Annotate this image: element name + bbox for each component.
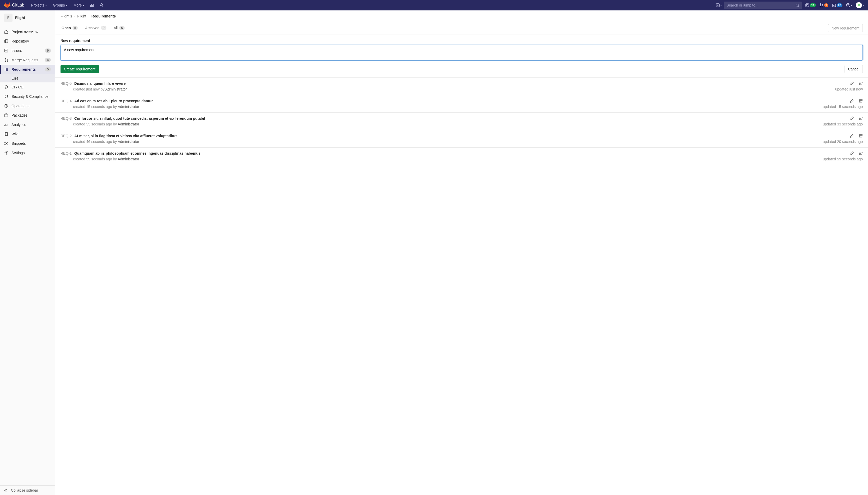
tab-count: 5 xyxy=(119,26,125,30)
edit-icon[interactable] xyxy=(850,81,854,86)
sidebar-item-security[interactable]: Security & Compliance xyxy=(0,92,55,101)
edit-icon[interactable] xyxy=(850,99,854,103)
project-header[interactable]: F Flight xyxy=(0,11,55,25)
chevron-down-icon: ▾ xyxy=(83,4,84,7)
search-icon xyxy=(796,3,799,7)
sidebar-item-snippets[interactable]: Snippets xyxy=(0,139,55,148)
tab-label: Open xyxy=(62,26,71,30)
archive-icon[interactable] xyxy=(858,151,863,155)
requirement-title[interactable]: Dicimus aliquem hilare vivere xyxy=(74,81,126,86)
package-icon xyxy=(4,113,8,117)
new-requirement-button[interactable]: New requirement xyxy=(828,24,863,32)
svg-rect-2 xyxy=(806,4,809,7)
nav-groups[interactable]: Groups▾ xyxy=(50,2,70,9)
svg-rect-10 xyxy=(5,49,8,52)
rocket-icon xyxy=(4,85,8,89)
primary-nav: Projects▾ Groups▾ More▾ xyxy=(29,2,105,9)
sidebar-item-repository[interactable]: Repository xyxy=(0,36,55,46)
nav-milestones-icon[interactable] xyxy=(88,2,96,9)
requirement-id: REQ-2 xyxy=(61,134,72,138)
nav-help[interactable]: ▾ xyxy=(846,3,852,7)
nav-groups-label: Groups xyxy=(53,3,65,7)
requirement-meta: created 33 seconds ago by Administrator xyxy=(61,122,823,126)
requirement-title[interactable]: At miser, si in flagitiosa et vitiosa vi… xyxy=(74,134,177,138)
archive-icon[interactable] xyxy=(858,99,863,103)
sidebar-item-packages[interactable]: Packages xyxy=(0,110,55,120)
requirement-title-input[interactable] xyxy=(61,45,863,61)
user-avatar xyxy=(856,2,862,8)
svg-point-14 xyxy=(7,61,8,62)
collapse-sidebar[interactable]: Collapse sidebar xyxy=(0,485,55,495)
breadcrumb-project[interactable]: Flight xyxy=(77,14,86,18)
svg-rect-24 xyxy=(859,135,862,135)
sidebar-item-merge-requests[interactable]: Merge Requests 4 xyxy=(0,55,55,65)
svg-point-12 xyxy=(5,58,6,59)
requirement-title[interactable]: Quamquam ab iis philosophiam et omnes in… xyxy=(74,151,201,155)
requirement-author[interactable]: Administrator xyxy=(118,139,139,144)
gitlab-logo-icon xyxy=(4,2,11,8)
form-label: New requirement xyxy=(61,39,863,43)
issues-count-badge: 11 xyxy=(810,3,816,7)
breadcrumb-group[interactable]: Flightjs xyxy=(61,14,72,18)
help-icon xyxy=(846,3,850,7)
requirement-id: REQ-1 xyxy=(61,151,72,155)
search-input[interactable] xyxy=(726,3,796,7)
edit-icon[interactable] xyxy=(850,116,854,120)
brand-name: GitLab xyxy=(12,3,24,7)
requirement-meta: created 59 seconds ago by Administrator xyxy=(61,157,823,161)
edit-icon[interactable] xyxy=(850,151,854,155)
archive-icon[interactable] xyxy=(858,81,863,86)
create-requirement-button[interactable]: Create requirement xyxy=(61,65,99,73)
archive-icon[interactable] xyxy=(858,116,863,120)
user-menu[interactable]: ▾ xyxy=(856,2,864,8)
edit-icon[interactable] xyxy=(850,134,854,138)
tab-all[interactable]: All 5 xyxy=(113,22,126,34)
book-icon xyxy=(4,132,8,136)
cancel-button[interactable]: Cancel xyxy=(845,65,863,73)
nav-more[interactable]: More▾ xyxy=(71,2,87,9)
sidebar-item-wiki[interactable]: Wiki xyxy=(0,129,55,139)
issues-icon xyxy=(4,49,8,53)
requirement-row: REQ-2 At miser, si in flagitiosa et viti… xyxy=(55,130,868,148)
nav-plus-dropdown[interactable]: ▾ xyxy=(714,2,724,8)
tab-open[interactable]: Open 5 xyxy=(61,22,79,34)
sidebar-item-issues[interactable]: Issues 9 xyxy=(0,46,55,55)
sidebar-item-badge: 5 xyxy=(45,67,51,71)
requirement-author[interactable]: Administrator xyxy=(118,122,139,126)
todos-count-badge: 20 xyxy=(837,3,843,7)
requirement-author[interactable]: Administrator xyxy=(118,105,139,109)
tab-label: All xyxy=(114,26,118,30)
requirement-title[interactable]: Ad eas enim res ab Epicuro praecepta dan… xyxy=(74,99,153,103)
sidebar-item-settings[interactable]: Settings xyxy=(0,148,55,157)
sidebar-item-operations[interactable]: Operations xyxy=(0,101,55,110)
requirement-updated: updated 59 seconds ago xyxy=(823,157,863,161)
sidebar-item-badge: 4 xyxy=(45,58,51,62)
nav-merge-requests-counter[interactable]: 1 xyxy=(819,3,828,7)
merge-request-icon xyxy=(4,58,8,62)
sidebar-item-label: Issues xyxy=(12,49,42,53)
nav-todos-counter[interactable]: 20 xyxy=(832,3,843,7)
requirement-author[interactable]: Administrator xyxy=(118,157,139,161)
sidebar-item-label: Snippets xyxy=(12,141,51,146)
tab-archived[interactable]: Archived 0 xyxy=(84,22,107,34)
requirement-author[interactable]: Administrator xyxy=(105,87,127,91)
sidebar-item-requirements[interactable]: Requirements 5 xyxy=(0,65,55,74)
logo-area[interactable]: GitLab xyxy=(4,2,24,8)
sidebar-item-analytics[interactable]: Analytics xyxy=(0,120,55,129)
sidebar-item-cicd[interactable]: CI / CD xyxy=(0,82,55,92)
svg-point-1 xyxy=(796,4,798,6)
requirements-icon xyxy=(4,67,8,71)
global-search[interactable] xyxy=(724,2,802,9)
chevron-down-icon: ▾ xyxy=(851,4,852,7)
nav-projects[interactable]: Projects▾ xyxy=(29,2,49,9)
sidebar-item-overview[interactable]: Project overview xyxy=(0,27,55,36)
nav-issues-counter[interactable]: 11 xyxy=(805,3,816,7)
sidebar-subitem-list[interactable]: List xyxy=(0,74,55,82)
project-avatar: F xyxy=(4,14,13,22)
requirement-title[interactable]: Cur fortior sit, si illud, quod tute con… xyxy=(74,116,205,120)
nav-wrench-icon[interactable] xyxy=(97,2,106,9)
requirement-updated: updated 33 seconds ago xyxy=(823,122,863,126)
requirement-id: REQ-4 xyxy=(61,99,72,103)
sidebar-item-label: Packages xyxy=(12,113,51,117)
archive-icon[interactable] xyxy=(858,134,863,138)
